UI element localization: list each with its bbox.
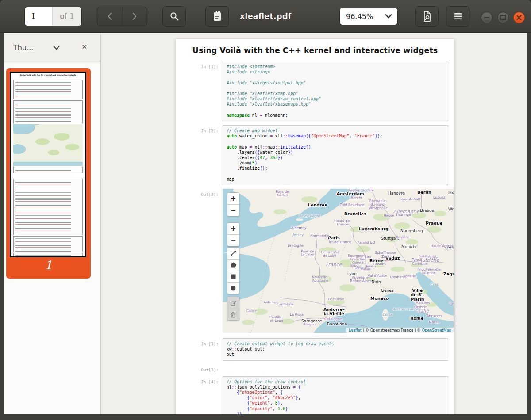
edit-icon [230, 300, 237, 306]
sidebar: Thu... ✕ Using Voilà with the C++ kernel… [4, 33, 101, 414]
sidebar-header: Thu... ✕ [4, 33, 100, 62]
zoom-control-1: + − [227, 192, 239, 216]
notebook-title: Using Voilà with the C++ kernel and inte… [176, 46, 454, 55]
leaflet-link[interactable]: Leaflet [349, 328, 362, 332]
draw-circle-button[interactable] [227, 282, 239, 294]
code-cell-2: In [2]: // Create map widgetauto water_c… [176, 125, 454, 185]
cell-output-label: Out[2]: [176, 189, 223, 333]
page-count-label: of 1 [52, 7, 81, 26]
search-icon [169, 11, 179, 21]
chevron-down-icon [53, 46, 60, 50]
notepad-icon [212, 11, 223, 22]
circle-icon [230, 285, 236, 291]
evince-window: 1 of 1 [0, 0, 531, 420]
thumbnail-page-1[interactable]: Using Voilà with the C++ kernel and inte… [6, 68, 91, 279]
minimize-icon [484, 17, 489, 19]
code-input-area[interactable]: #include <iostream>#include <string> #in… [223, 61, 448, 121]
code-input-area[interactable]: // Options for the draw controlnl::json … [223, 376, 448, 414]
code-input-area[interactable]: // Create output widget to log draw even… [223, 338, 448, 361]
cell-input-label: In [4]: [176, 376, 223, 414]
zoom-out-button[interactable]: − [227, 234, 239, 246]
thumbnail-block-code [13, 100, 83, 123]
chevron-down-icon [385, 14, 392, 19]
zoom-level-value: 96.45% [346, 12, 385, 21]
minimize-button[interactable] [481, 12, 493, 23]
thumbnail-block-code [13, 179, 83, 235]
side-pane-toggle-button[interactable] [205, 6, 229, 27]
delete-layers-button[interactable] [227, 309, 239, 320]
empty-output-cell: Out[3]: [176, 364, 454, 372]
document-magnifier-icon [422, 11, 432, 22]
trash-icon [230, 311, 236, 318]
square-icon [231, 274, 236, 279]
zoom-in-button[interactable]: + [227, 223, 239, 234]
next-page-button[interactable] [122, 7, 147, 26]
window-body: Thu... ✕ Using Voilà with the C++ kernel… [4, 33, 527, 414]
window-title: xleaflet.pdf [240, 11, 292, 21]
maximize-button[interactable] [497, 12, 509, 23]
map-attribution: Leaflet | © Openstreetmap France | © Ope… [346, 328, 454, 333]
sidebar-close-button[interactable]: ✕ [81, 43, 87, 51]
cell-input-label: In [2]: [176, 125, 223, 185]
chevron-right-icon [132, 12, 137, 20]
thumbnail-block-gap [12, 174, 85, 178]
map-output-cell: Out[2]: [176, 189, 454, 333]
page-number-input[interactable]: 1 [25, 7, 52, 26]
thumbnail-block-code [13, 253, 83, 257]
code-cell-1: In [1]: #include <iostream>#include <str… [176, 61, 454, 121]
thumbnail-block-map [13, 124, 83, 166]
page-nav-buttons [97, 7, 147, 26]
pentagon-icon [230, 262, 237, 268]
code-cell-3: In [3]: // Create output widget to log d… [176, 338, 454, 361]
zoom-out-button[interactable]: − [227, 204, 239, 216]
cell-input-label: In [1]: [176, 61, 223, 121]
thumbnail-block-title: Using Voilà with the C++ kernel and inte… [12, 74, 85, 79]
draw-rectangle-button[interactable] [227, 271, 239, 282]
thumbnail-page-number: 1 [6, 258, 91, 272]
menu-button[interactable] [446, 6, 469, 27]
leaflet-map[interactable]: AmsterdamBerlinLondresBruxellesPragueLux… [223, 189, 454, 333]
thumbnail-block-code [13, 236, 83, 252]
edit-layers-button[interactable] [227, 297, 239, 309]
document-viewport[interactable]: Using Voilà with the C++ kernel and inte… [101, 33, 527, 414]
document-tools-button[interactable] [415, 6, 439, 27]
maximize-icon [500, 15, 506, 20]
cell-output-label: Out[3]: [176, 364, 223, 372]
draw-edit-toolbar [227, 297, 239, 321]
openstreetmap-link[interactable]: OpenStreetMap [422, 328, 451, 332]
polyline-icon [230, 250, 237, 257]
zoom-control-2: + − [227, 222, 239, 246]
code-input-area[interactable]: // Create map widgetauto water_color = x… [223, 125, 448, 185]
thumbnail-block-code [13, 80, 83, 99]
draw-toolbar [227, 247, 239, 294]
previous-page-button[interactable] [97, 7, 122, 26]
cell-input-label: In [3]: [176, 338, 223, 361]
draw-polyline-button[interactable] [227, 248, 239, 259]
page-number-entry[interactable]: 1 of 1 [24, 7, 82, 26]
search-button[interactable] [162, 6, 186, 27]
hamburger-menu-icon [454, 13, 462, 20]
sidebar-pane-title: Thu... [13, 43, 33, 52]
headerbar: 1 of 1 [0, 0, 531, 33]
close-icon [516, 15, 522, 20]
zoom-in-button[interactable]: + [227, 193, 239, 204]
thumbnail-block-code [13, 167, 83, 173]
sidebar-pane-dropdown[interactable] [53, 46, 60, 50]
draw-polygon-button[interactable] [227, 259, 239, 271]
zoom-level-dropdown[interactable]: 96.45% [339, 8, 398, 25]
thumbnail-miniature: Using Voilà with the C++ kernel and inte… [10, 72, 86, 257]
code-cell-4: In [4]: // Options for the draw controln… [176, 376, 454, 414]
chevron-left-icon [107, 12, 112, 20]
map-basemap [223, 189, 454, 333]
close-button[interactable] [513, 12, 525, 23]
thumbnail-pane: Using Voilà with the C++ kernel and inte… [4, 62, 100, 414]
pdf-page: Using Voilà with the C++ kernel and inte… [176, 39, 454, 414]
